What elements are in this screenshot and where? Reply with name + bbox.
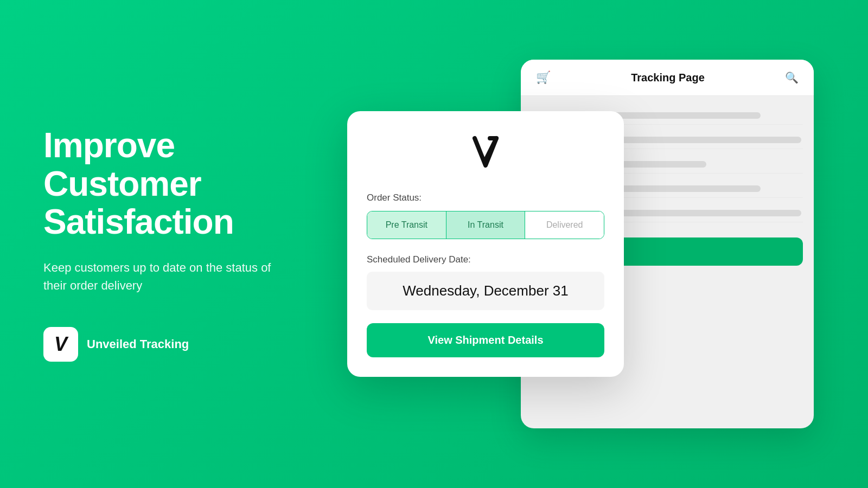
main-container: Improve Customer Satisfaction Keep custo… (0, 0, 868, 488)
brand-name: Unveiled Tracking (87, 337, 189, 351)
status-tab-pre-transit[interactable]: Pre Transit (367, 211, 446, 239)
headline: Improve Customer Satisfaction (43, 126, 326, 241)
status-tab-delivered[interactable]: Delivered (525, 211, 604, 239)
left-content: Improve Customer Satisfaction Keep custo… (43, 126, 326, 361)
v-letter (469, 145, 502, 177)
delivery-date-box: Wednesday, December 31 (367, 272, 604, 310)
brand-row: V Unveiled Tracking (43, 327, 326, 362)
brand-logo-box: V (43, 327, 78, 362)
delivery-label: Scheduled Delivery Date: (367, 254, 604, 265)
tracking-page-title: Tracking Page (551, 72, 785, 84)
search-icon[interactable]: 🔍 (785, 71, 799, 84)
view-shipment-button[interactable]: View Shipment Details (367, 323, 604, 357)
status-tabs: Pre Transit In Transit Delivered (367, 211, 604, 239)
order-status-label: Order Status: (367, 192, 604, 203)
cart-icon: 🛒 (536, 70, 551, 85)
subtext: Keep customers up to date on the status … (43, 259, 271, 294)
v-logo (367, 133, 604, 175)
status-tab-in-transit[interactable]: In Transit (446, 211, 526, 239)
order-card: Order Status: Pre Transit In Transit Del… (347, 111, 624, 377)
delivery-date-text: Wednesday, December 31 (403, 282, 568, 299)
brand-logo-letter: V (54, 335, 67, 354)
right-content: 🛒 Tracking Page 🔍 (326, 0, 825, 488)
tracking-page-header: 🛒 Tracking Page 🔍 (521, 60, 814, 96)
